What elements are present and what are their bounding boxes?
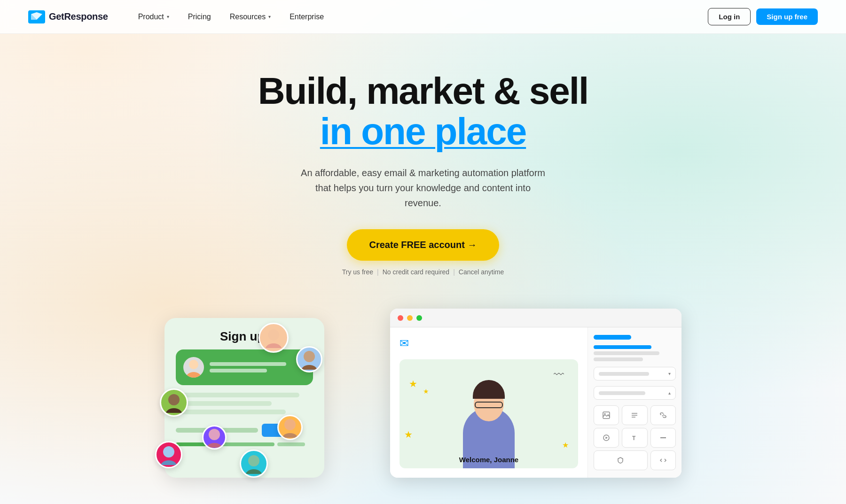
svg-text:T: T xyxy=(632,435,636,442)
cta-button-label: Create FREE account → xyxy=(369,240,477,250)
browser-content: ✉ ★ ★ 〰 ★ xyxy=(390,327,682,478)
accordion-line xyxy=(599,391,645,395)
navbar: GetResponse Product ▾ Pricing Resources … xyxy=(0,0,846,34)
nav-label-resources: Resources xyxy=(230,13,266,21)
star-decoration-2: ★ xyxy=(423,388,429,395)
email-icon: ✉ xyxy=(400,337,409,350)
sidebar-accordion: ▴ xyxy=(594,386,676,400)
cta-sub-2: No credit card required xyxy=(383,268,449,276)
sidebar-line-blue xyxy=(594,345,651,349)
hero-description: An affordable, easy email & marketing au… xyxy=(301,165,545,210)
sidebar-line-2 xyxy=(594,357,643,361)
nav-item-enterprise[interactable]: Enterprise xyxy=(282,9,331,25)
toolbar-code-button xyxy=(650,450,676,470)
sidebar-blue-button xyxy=(594,335,631,340)
getresponse-logo-icon xyxy=(28,10,45,23)
cta-separator-2: | xyxy=(453,268,455,276)
star-decoration-3: ★ xyxy=(404,429,413,440)
nav-item-resources[interactable]: Resources ▾ xyxy=(222,9,278,25)
avatar-5 xyxy=(155,441,182,468)
toolbar-align-button xyxy=(622,405,647,425)
toolbar-link-button xyxy=(650,405,676,425)
logo-link[interactable]: GetResponse xyxy=(28,10,108,23)
browser-sidebar: ▾ ▴ xyxy=(588,327,682,478)
nav-item-product[interactable]: Product ▾ xyxy=(131,9,177,25)
svg-point-2 xyxy=(265,343,282,348)
welcome-photo-area: ★ ★ 〰 ★ ★ Welcome, Joan xyxy=(400,359,578,468)
signup-panel-title: Sign up! xyxy=(176,329,313,344)
nav-label-product: Product xyxy=(138,13,164,21)
avatar-2 xyxy=(296,346,322,372)
sidebar-select-line xyxy=(599,372,649,376)
welcome-text: Welcome, Joanne xyxy=(459,456,518,464)
nav-label-pricing: Pricing xyxy=(188,13,211,21)
toolbar-divider-button xyxy=(650,428,676,448)
cta-sub-1: Try us free xyxy=(342,268,373,276)
browser-panel: ✉ ★ ★ 〰 ★ xyxy=(390,309,682,478)
browser-maximize-dot xyxy=(416,315,422,321)
login-button[interactable]: Log in xyxy=(708,8,751,25)
svg-point-7 xyxy=(284,419,296,430)
avatar-6 xyxy=(202,425,227,450)
toolbar-shield-button xyxy=(594,450,648,470)
logo-text: GetResponse xyxy=(49,11,108,22)
chevron-up-icon: ▴ xyxy=(668,390,671,395)
nav-item-pricing[interactable]: Pricing xyxy=(180,9,219,25)
browser-main-area: ✉ ★ ★ 〰 ★ xyxy=(390,327,588,478)
browser-close-dot xyxy=(398,315,403,321)
hero-section: Build, market & sell in one place An aff… xyxy=(0,34,846,478)
avatar-4 xyxy=(277,415,303,440)
svg-point-5 xyxy=(168,394,180,405)
svg-point-18 xyxy=(604,413,606,415)
svg-point-1 xyxy=(268,329,279,341)
signup-avatar xyxy=(183,357,204,378)
svg-point-12 xyxy=(206,443,223,448)
nav-label-enterprise: Enterprise xyxy=(290,13,324,21)
svg-point-11 xyxy=(209,429,220,440)
svg-point-6 xyxy=(165,408,182,413)
toolbar-play-button xyxy=(594,428,619,448)
cta-sub-3: Cancel anytime xyxy=(459,268,504,276)
hero-headline-line2: in one place xyxy=(320,111,526,152)
svg-point-3 xyxy=(304,351,315,362)
product-chevron-icon: ▾ xyxy=(167,14,169,19)
cta-subtext-area: Try us free | No credit card required | … xyxy=(342,268,504,276)
resources-chevron-icon: ▾ xyxy=(268,14,271,19)
signup-panel: Sign up! xyxy=(164,318,324,478)
svg-point-13 xyxy=(248,455,259,466)
avatar-3 xyxy=(160,388,188,417)
svg-point-8 xyxy=(282,433,298,438)
signup-card xyxy=(176,349,313,385)
sidebar-select: ▾ xyxy=(594,367,676,380)
svg-point-16 xyxy=(186,372,201,378)
sidebar-line-1 xyxy=(594,351,659,355)
svg-point-10 xyxy=(160,460,177,465)
signup-text-lines xyxy=(210,362,306,372)
svg-point-4 xyxy=(301,365,318,370)
signup-button[interactable]: Sign up free xyxy=(756,8,818,25)
svg-point-15 xyxy=(189,360,198,369)
create-account-button[interactable]: Create FREE account → xyxy=(347,229,500,261)
svg-point-9 xyxy=(163,446,174,457)
svg-marker-23 xyxy=(606,437,608,439)
svg-point-14 xyxy=(245,469,262,474)
hero-headline-line1: Build, market & sell xyxy=(258,71,588,111)
toolbar-image-button xyxy=(594,405,619,425)
sidebar-toolbar: T xyxy=(594,405,676,470)
avatar-1 xyxy=(258,323,289,353)
nav-menu: Product ▾ Pricing Resources ▾ Enterprise xyxy=(131,9,708,25)
browser-bar xyxy=(390,309,682,327)
sidebar-header-lines xyxy=(594,345,676,361)
navbar-actions: Log in Sign up free xyxy=(708,8,818,25)
avatar-7 xyxy=(240,450,268,478)
star-decoration-1: ★ xyxy=(409,378,417,389)
cta-separator-1: | xyxy=(377,268,379,276)
browser-minimize-dot xyxy=(407,315,413,321)
toolbar-text-button: T xyxy=(622,428,647,448)
hero-illustrations: Sign up! xyxy=(164,299,682,478)
chevron-down-icon: ▾ xyxy=(668,371,671,376)
swirl-decoration: 〰 xyxy=(554,369,564,381)
star-decoration-4: ★ xyxy=(562,441,569,450)
